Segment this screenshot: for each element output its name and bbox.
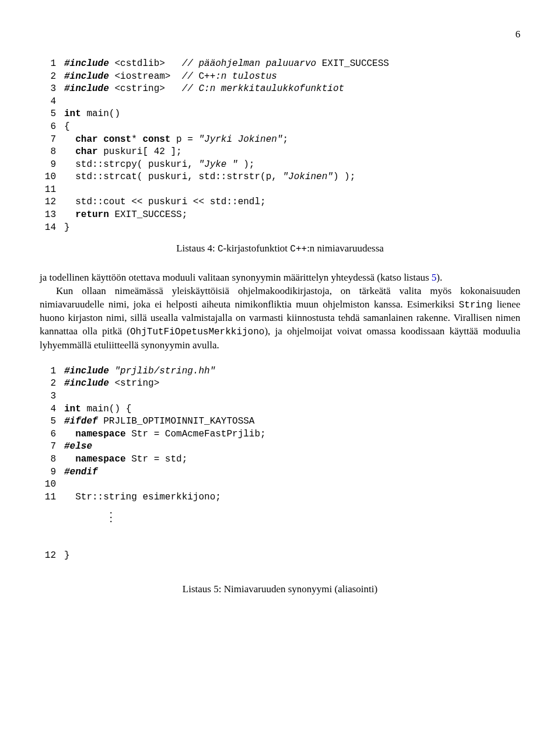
text: ja todellinen käyttöön otettava moduuli … [40, 272, 432, 283]
caption-text: Listaus 4: [176, 243, 218, 254]
code-line: 1#include <cstdlib> // pääohjelman paluu… [40, 58, 520, 71]
line-number: 1 [40, 58, 64, 71]
line-number: 12 [40, 196, 64, 209]
line-number: 5 [40, 415, 64, 428]
code-line: 11 [40, 184, 520, 197]
code-content: { [64, 121, 70, 134]
paragraph: Kun ollaan nimeämässä yleiskäyttöisiä oh… [40, 285, 520, 352]
caption-code: C [218, 244, 223, 254]
line-number: 10 [40, 478, 64, 491]
code-line: 9 std::strcpy( puskuri, "Jyke " ); [40, 159, 520, 172]
code-line: 4 [40, 96, 520, 109]
line-number: 13 [40, 209, 64, 222]
code-content: #else [64, 441, 92, 453]
line-number: 4 [40, 403, 64, 416]
line-number: 11 [40, 184, 64, 197]
code-content: Str::string esimerkkijono; [64, 491, 221, 504]
code-line: 3 [40, 390, 520, 403]
listing-4-caption: Listaus 4: C-kirjastofunktiot C++:n nimi… [40, 242, 520, 256]
code-content: int main() { [64, 403, 131, 416]
line-number: 6 [40, 428, 64, 441]
code-line: 2#include <iostream> // C++:n tulostus [40, 71, 520, 83]
code-line: 7#else [40, 441, 520, 453]
code-line: 10 [40, 478, 520, 491]
code-line: 11 Str::string esimerkkijono; [40, 491, 520, 504]
code-content: char puskuri[ 42 ]; [64, 146, 182, 159]
line-number: 5 [40, 108, 64, 121]
code-content: char const* const p = "Jyrki Jokinen"; [64, 134, 288, 146]
line-number: 2 [40, 71, 64, 83]
line-number: 3 [40, 83, 64, 96]
code-content: #include <cstring> // C:n merkkitaulukko… [64, 83, 344, 96]
line-number: 4 [40, 96, 64, 109]
page-number: 6 [40, 28, 520, 41]
code-content: #ifdef PRJLIB_OPTIMOINNIT_KAYTOSSA [64, 415, 254, 428]
code-line: 5int main() [40, 108, 520, 121]
line-number: 9 [40, 159, 64, 172]
code-content [64, 96, 70, 109]
code-line: 4int main() { [40, 403, 520, 416]
code-line: 10 std::strcat( puskuri, std::strstr(p, … [40, 171, 520, 184]
code-line: 12 } [40, 550, 520, 562]
code-line: 6 namespace Str = ComAcmeFastPrjlib; [40, 428, 520, 441]
code-content: std::strcat( puskuri, std::strstr(p, "Jo… [64, 171, 355, 184]
code-content: #include <iostream> // C++:n tulostus [64, 71, 277, 83]
line-number: 8 [40, 453, 64, 466]
line-number: 2 [40, 378, 64, 390]
line-number: 6 [40, 121, 64, 134]
line-number: 8 [40, 146, 64, 159]
code-line: 7 char const* const p = "Jyrki Jokinen"; [40, 134, 520, 146]
caption-code: C++ [290, 244, 307, 254]
code-content: namespace Str = std; [64, 453, 187, 466]
code-line: 8 char puskuri[ 42 ]; [40, 146, 520, 159]
code-content: std::cout << puskuri << std::endl; [64, 196, 266, 209]
inline-code: String [459, 300, 492, 310]
code-content: std::strcpy( puskuri, "Jyke " ); [64, 159, 254, 172]
code-content [64, 390, 70, 403]
line-number: 10 [40, 171, 64, 184]
paragraph: ja todellinen käyttöön otettava moduuli … [40, 271, 520, 285]
code-line: 12 std::cout << puskuri << std::endl; [40, 196, 520, 209]
code-content: #include <cstdlib> // pääohjelman paluua… [64, 58, 389, 71]
code-line: 3#include <cstring> // C:n merkkitaulukk… [40, 83, 520, 96]
line-number: 7 [40, 441, 64, 453]
code-listing-4: 1#include <cstdlib> // pääohjelman paluu… [40, 58, 520, 234]
code-line: 9#endif [40, 466, 520, 479]
text: Kun ollaan nimeämässä yleiskäyttöisiä oh… [40, 285, 520, 310]
line-number: 1 [40, 365, 64, 378]
inline-code: OhjTutFiOpetusMerkkijono [130, 327, 264, 337]
code-listing-5: 1#include "prjlib/string.hh"2#include <s… [40, 365, 520, 504]
code-content: int main() [64, 108, 120, 121]
code-listing-5-tail: 12 } [40, 525, 520, 575]
code-line: 13 return EXIT_SUCCESS; [40, 209, 520, 222]
code-content [64, 478, 70, 491]
line-number: 3 [40, 390, 64, 403]
code-content: #endif [64, 466, 98, 479]
line-number: 9 [40, 466, 64, 479]
code-line: 1#include "prjlib/string.hh" [40, 365, 520, 378]
caption-text: -kirjastofunktiot [223, 243, 290, 254]
vertical-ellipsis-icon: ... [40, 508, 520, 521]
code-content: #include <string> [64, 378, 159, 390]
line-number: 14 [40, 222, 64, 235]
line-number: 11 [40, 491, 64, 504]
code-content [64, 184, 70, 197]
code-line: 6{ [40, 121, 520, 134]
code-content: } [64, 222, 70, 235]
code-line: 8 namespace Str = std; [40, 453, 520, 466]
text: ). [436, 272, 442, 283]
line-number: 7 [40, 134, 64, 146]
code-content: } [64, 550, 70, 562]
code-line: 2#include <string> [40, 378, 520, 390]
code-content: namespace Str = ComAcmeFastPrjlib; [64, 428, 266, 441]
code-content: return EXIT_SUCCESS; [64, 209, 187, 222]
code-line: 14} [40, 222, 520, 235]
code-content: #include "prjlib/string.hh" [64, 365, 215, 378]
body-text: ja todellinen käyttöön otettava moduuli … [40, 271, 520, 352]
line-number: 12 [40, 550, 64, 562]
listing-5-caption: Listaus 5: Nimiavaruuden synonyymi (alia… [40, 583, 520, 596]
code-line: 5#ifdef PRJLIB_OPTIMOINNIT_KAYTOSSA [40, 415, 520, 428]
caption-text: :n nimiavaruudessa [307, 243, 384, 254]
